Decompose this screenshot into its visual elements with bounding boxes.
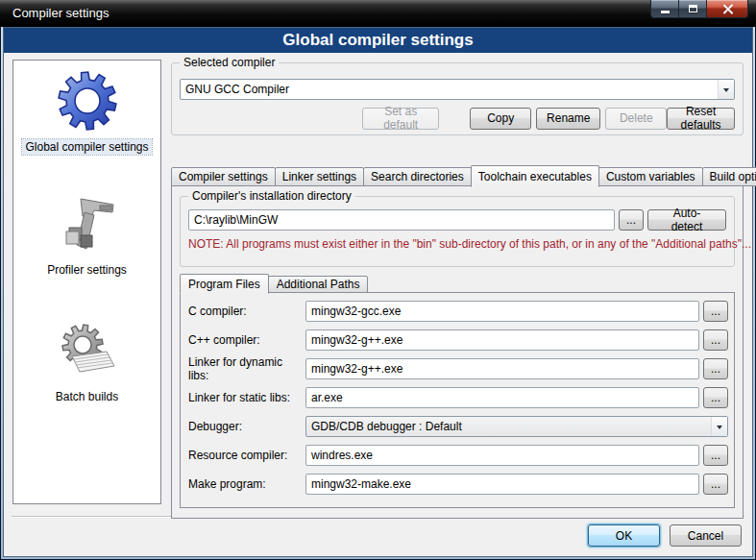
ok-button[interactable]: OK [588, 524, 660, 547]
installation-directory-input[interactable] [188, 209, 615, 231]
sidebar-item-batch-builds[interactable]: Batch builds [53, 320, 121, 404]
make-program-label: Make program: [188, 477, 305, 491]
static-linker-row: Linker for static libs: ... [188, 387, 728, 408]
cpp-compiler-input[interactable] [305, 329, 699, 351]
compiler-select-arrow[interactable] [718, 80, 734, 99]
sidebar-item-label: Profiler settings [44, 262, 130, 278]
minimize-icon [661, 11, 670, 13]
dialog-body: Global compiler settings Global compiler… [3, 27, 753, 557]
blue-gear-icon [57, 70, 118, 132]
window-controls [650, 0, 748, 18]
debugger-select[interactable]: GDB/CDB debugger : Default [305, 416, 728, 437]
dynamic-linker-input[interactable] [305, 358, 699, 379]
debugger-select-arrow[interactable] [711, 417, 727, 436]
tab-toolchain-executables[interactable]: Toolchain executables [471, 165, 599, 187]
installation-directory-group: Compiler's installation directory ... Au… [180, 196, 735, 267]
resource-compiler-input[interactable] [305, 445, 699, 466]
sidebar-item-global-compiler-settings[interactable]: Global compiler settings [22, 70, 151, 155]
dynamic-linker-label: Linker for dynamic libs: [188, 355, 305, 382]
make-program-input[interactable] [305, 474, 699, 495]
subtab-additional-paths[interactable]: Additional Paths [268, 276, 369, 293]
copy-button[interactable]: Copy [470, 108, 531, 130]
sidebar-item-profiler-settings[interactable]: Profiler settings [44, 193, 130, 278]
cpp-compiler-label: C++ compiler: [188, 333, 305, 347]
rename-button[interactable]: Rename [536, 108, 600, 130]
settings-tabstrip: Compiler settings Linker settings Search… [171, 164, 744, 186]
sidebar-item-label: Global compiler settings [22, 139, 151, 155]
selected-compiler-group: Selected compiler GNU GCC Compiler Set a… [171, 62, 744, 135]
page-title: Global compiler settings [4, 28, 752, 53]
cancel-button[interactable]: Cancel [670, 524, 742, 547]
installation-directory-row: ... Auto-detect [188, 209, 726, 231]
gear-stack-icon [57, 320, 118, 381]
debugger-row: Debugger: GDB/CDB debugger : Default [188, 416, 728, 437]
c-compiler-browse-button[interactable]: ... [703, 301, 728, 322]
debugger-select-value: GDB/CDB debugger : Default [306, 420, 711, 433]
window-title: Compiler settings [12, 6, 109, 20]
close-icon [722, 4, 733, 14]
sidebar-item-label: Batch builds [53, 389, 121, 404]
programs-subtabstrip: Program Files Additional Paths [180, 273, 367, 293]
window-titlebar[interactable]: Compiler settings [0, 0, 756, 27]
bin-subdirectory-note: NOTE: All programs must exist either in … [188, 237, 751, 251]
tab-custom-variables[interactable]: Custom variables [598, 167, 703, 186]
calipers-icon [56, 193, 117, 255]
compiler-settings-window: Compiler settings Global compiler settin… [0, 0, 756, 560]
main-panel: Selected compiler GNU GCC Compiler Set a… [171, 60, 744, 135]
dynamic-linker-row: Linker for dynamic libs: ... [188, 358, 728, 379]
settings-category-list: Global compiler settings Profiler settin… [12, 60, 161, 504]
installation-directory-group-label: Compiler's installation directory [188, 189, 355, 203]
selected-compiler-group-label: Selected compiler [180, 56, 279, 69]
set-as-default-button[interactable]: Set as default [362, 108, 439, 130]
debugger-label: Debugger: [188, 420, 305, 433]
c-compiler-label: C compiler: [188, 304, 305, 318]
compiler-actions-row: Set as default Copy Rename Delete Reset … [180, 107, 735, 130]
installation-directory-browse-button[interactable]: ... [619, 209, 644, 231]
resource-compiler-browse-button[interactable]: ... [703, 445, 728, 466]
delete-button[interactable]: Delete [605, 108, 667, 130]
c-compiler-row: C compiler: ... [188, 301, 728, 322]
resource-compiler-label: Resource compiler: [188, 449, 305, 462]
resource-compiler-row: Resource compiler: ... [188, 445, 728, 466]
dynamic-linker-browse-button[interactable]: ... [703, 358, 728, 379]
tab-compiler-settings[interactable]: Compiler settings [171, 167, 276, 186]
dialog-footer: OK Cancel [588, 524, 742, 547]
maximize-icon [689, 5, 697, 12]
make-program-row: Make program: ... [188, 474, 728, 495]
static-linker-input[interactable] [305, 387, 699, 408]
cpp-compiler-row: C++ compiler: ... [188, 329, 728, 351]
maximize-button[interactable] [679, 0, 706, 18]
c-compiler-input[interactable] [305, 301, 699, 322]
close-button[interactable] [706, 0, 748, 18]
reset-defaults-button[interactable]: Reset defaults [667, 108, 735, 130]
auto-detect-button[interactable]: Auto-detect [647, 209, 726, 231]
static-linker-label: Linker for static libs: [188, 391, 305, 404]
cpp-compiler-browse-button[interactable]: ... [703, 329, 728, 351]
chevron-down-icon [723, 88, 729, 95]
program-files-panel: C compiler: ... C++ compiler: ... Linker… [180, 292, 735, 508]
tab-build-options[interactable]: Build options [702, 167, 756, 186]
static-linker-browse-button[interactable]: ... [703, 387, 728, 408]
compiler-select[interactable]: GNU GCC Compiler [180, 79, 735, 100]
subtab-program-files[interactable]: Program Files [180, 274, 269, 294]
compiler-select-value: GNU GCC Compiler [181, 83, 718, 96]
make-program-browse-button[interactable]: ... [703, 474, 728, 495]
chevron-down-icon [717, 426, 722, 432]
minimize-button[interactable] [650, 0, 679, 18]
tab-search-directories[interactable]: Search directories [363, 167, 472, 186]
toolchain-executables-panel: Compiler's installation directory ... Au… [171, 185, 744, 519]
tab-linker-settings[interactable]: Linker settings [275, 167, 364, 186]
